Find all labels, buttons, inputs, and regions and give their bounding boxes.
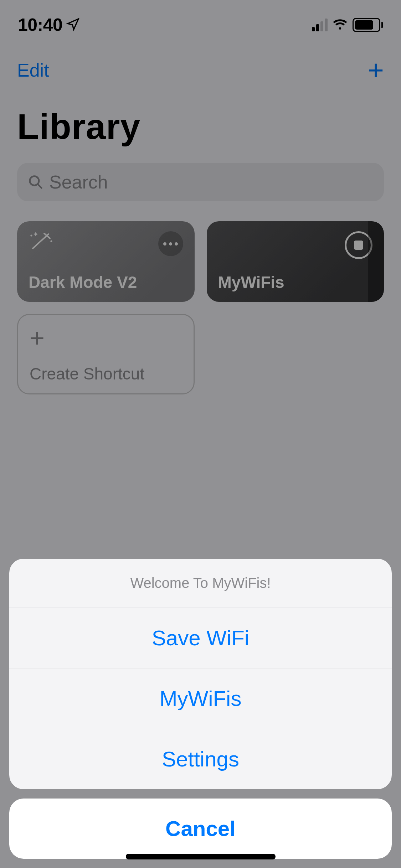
home-indicator[interactable] [126, 854, 276, 859]
action-save-wifi[interactable]: Save WiFi [9, 608, 392, 668]
action-sheet-group: Welcome To MyWiFis! Save WiFi MyWiFis Se… [9, 559, 392, 789]
action-my-wifis[interactable]: MyWiFis [9, 668, 392, 729]
action-settings[interactable]: Settings [9, 729, 392, 789]
action-sheet: Welcome To MyWiFis! Save WiFi MyWiFis Se… [0, 559, 401, 868]
action-sheet-title: Welcome To MyWiFis! [9, 559, 392, 608]
cancel-button[interactable]: Cancel [9, 799, 392, 859]
